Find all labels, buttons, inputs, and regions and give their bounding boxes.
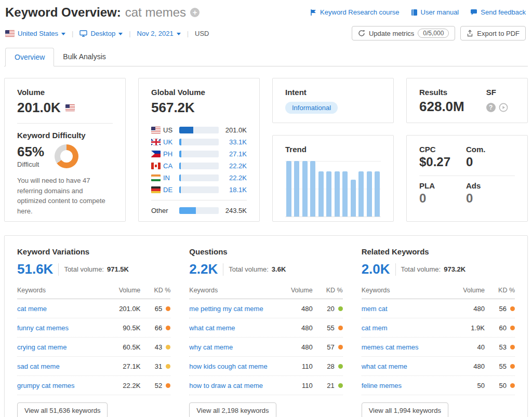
country-volume-value[interactable]: 22.2K [222, 162, 247, 170]
add-keyword-icon[interactable]: + [190, 8, 200, 17]
table-row: how to draw a cat meme11021 [189, 376, 342, 395]
ads-value: 0 [466, 191, 515, 206]
country-volume-value[interactable]: 27.1K [222, 150, 247, 158]
table-row: memes cat memes4053 [362, 338, 515, 357]
country-code[interactable]: UK [163, 138, 172, 146]
volume-value: 27.1K [103, 362, 140, 370]
export-icon [467, 30, 473, 37]
kd-dot [510, 306, 515, 311]
country-code[interactable]: IN [163, 174, 170, 182]
volume-value: 480 [275, 305, 313, 313]
pla-label: PLA [419, 181, 466, 190]
volume-value: 201.0K [17, 100, 61, 116]
keyword-link[interactable]: cat mem [362, 324, 447, 332]
keyword-count: 2.2K [189, 261, 218, 277]
kd-dot [338, 364, 343, 369]
view-all-button[interactable]: View all 2,198 keywords [189, 402, 276, 417]
help-icon[interactable]: ? [486, 103, 496, 112]
country-selector[interactable]: United States [5, 30, 65, 37]
country-code[interactable]: CA [163, 162, 172, 170]
kd-cell: 60 [485, 324, 515, 332]
view-all-button[interactable]: View all 1,994 keywords [362, 402, 448, 417]
kd-cell: 20 [313, 305, 343, 313]
keyword-link[interactable]: why cat meme [189, 343, 275, 351]
country-row: IN22.2K [151, 172, 247, 184]
questions-section: Questions 2.2K Total volume: 3.6K Keywor… [189, 247, 342, 417]
send-feedback-link[interactable]: Send feedback [470, 8, 526, 16]
country-code[interactable]: DE [163, 186, 172, 194]
kd-number: 43 [155, 343, 162, 351]
keyword-link[interactable]: what cat meme [189, 324, 275, 332]
tab-overview[interactable]: Overview [5, 48, 54, 66]
play-icon[interactable] [499, 103, 508, 112]
keyword-link[interactable]: cat meme [17, 305, 103, 313]
keyword-link[interactable]: how kids cough cat meme [189, 362, 275, 370]
chevron-down-icon [177, 33, 181, 35]
keywords-column-header: Keywords [17, 287, 103, 294]
total-volume-label: Total volume: [64, 265, 104, 273]
export-pdf-button[interactable]: Export to PDF [460, 26, 526, 41]
pla-value: 0 [419, 191, 466, 206]
volume-title: Volume [17, 88, 113, 97]
country-code[interactable]: PH [163, 150, 172, 158]
device-selector[interactable]: Desktop [79, 30, 123, 37]
volume-bar-track [179, 186, 219, 193]
country-code: Other [151, 207, 168, 214]
us-flag-icon [65, 104, 75, 111]
filters: United States | Desktop | Nov 2, 2021 | … [5, 30, 209, 37]
country-volume-value[interactable]: 22.2K [222, 174, 247, 182]
keyword-link[interactable]: me petting my cat meme [189, 305, 275, 313]
kd-dot [166, 345, 170, 349]
trend-bar [358, 171, 364, 217]
keyword-link[interactable]: funny cat memes [17, 324, 103, 332]
keyword-link[interactable]: grumpy cat memes [17, 382, 103, 389]
kd-number: 52 [155, 382, 162, 389]
course-icon [310, 9, 317, 16]
kd-cell: 65 [140, 305, 170, 313]
kd-value: 65% [17, 144, 44, 160]
kd-cell: 56 [485, 305, 515, 313]
user-manual-link[interactable]: User manual [411, 8, 459, 16]
chevron-down-icon [118, 33, 123, 35]
keyword-link[interactable]: sad cat meme [17, 362, 103, 370]
country-row: UK33.1K [151, 136, 247, 148]
tab-bulk-analysis[interactable]: Bulk Analysis [54, 48, 114, 66]
cpc-label: CPC [419, 145, 466, 154]
keyword-overview-page: Keyword Overview: cat memes + Keyword Re… [0, 0, 532, 417]
table-header-row: KeywordsVolumeKD % [362, 285, 515, 299]
volume-value: 480 [447, 305, 485, 313]
keyword-link[interactable]: feline memes [362, 382, 447, 389]
keyword-link[interactable]: what cat meme [362, 362, 447, 370]
country-label: Other [151, 207, 176, 214]
vertical-divider [395, 263, 396, 276]
country-volume-value[interactable]: 18.1K [222, 186, 247, 194]
kd-number: 60 [499, 324, 507, 332]
sf-title: SF [486, 88, 508, 97]
update-metrics-button[interactable]: Update metrics 0/5,000 [352, 26, 455, 41]
volume-bar-track [179, 151, 219, 157]
in-flag-icon [151, 174, 161, 181]
intent-title: Intent [285, 88, 381, 97]
page-header: Keyword Overview: cat memes + Keyword Re… [4, 4, 528, 20]
kd-dot [166, 364, 170, 369]
volume-value: 40 [447, 343, 485, 351]
keyword-link[interactable]: mem cat [362, 305, 447, 313]
country-label: IN [151, 174, 176, 182]
kd-dot [338, 345, 343, 349]
card-divider [419, 176, 515, 176]
keyword-link[interactable]: how to draw a cat meme [189, 382, 275, 389]
page-title-label: Keyword Overview: [5, 5, 121, 20]
date-selector[interactable]: Nov 2, 2021 [137, 30, 181, 37]
country-volume-value[interactable]: 33.1K [222, 138, 247, 146]
keyword-link[interactable]: crying cat meme [17, 343, 103, 351]
kd-cell: 55 [485, 362, 515, 370]
keyword-research-course-link[interactable]: Keyword Research course [310, 8, 399, 16]
kd-cell: 21 [313, 382, 343, 389]
kd-cell: 57 [313, 343, 343, 351]
uk-flag-icon [151, 139, 161, 145]
book-icon [411, 9, 418, 16]
kd-dot [510, 364, 515, 369]
view-all-button[interactable]: View all 51,636 keywords [17, 402, 108, 417]
keyword-link[interactable]: memes cat memes [362, 343, 447, 351]
chevron-down-icon [61, 33, 65, 35]
